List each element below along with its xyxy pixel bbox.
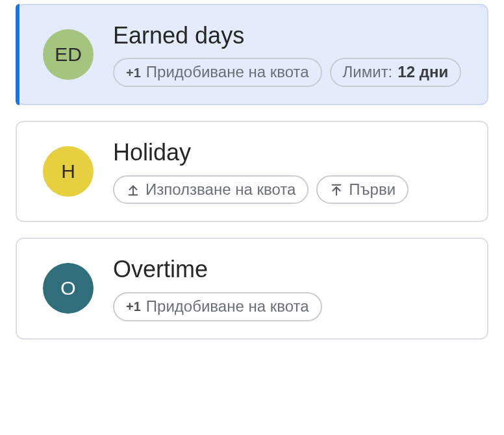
card-title: Overtime — [113, 256, 322, 282]
chip-label: Първи — [349, 180, 396, 199]
arrow-up-from-line-icon — [126, 182, 140, 197]
plus-one-icon: +1 — [126, 65, 141, 81]
avatar-text: ED — [55, 44, 82, 66]
chip-label: Използване на квота — [145, 180, 296, 199]
chip-label: Лимит: — [343, 63, 393, 82]
quota-card-earned-days[interactable]: ED Earned days +1 Придобиване на квота Л… — [16, 4, 488, 105]
avatar-text: H — [61, 160, 75, 182]
chip-acquire-quota: +1 Придобиване на квота — [113, 292, 322, 321]
chip-row: Използване на квота Първи — [113, 175, 409, 205]
chip-use-quota: Използване на квота — [113, 175, 309, 205]
card-title: Earned days — [113, 22, 461, 49]
avatar: ED — [43, 29, 94, 80]
chip-acquire-quota: +1 Придобиване на квота — [113, 58, 322, 87]
card-content: Overtime +1 Придобиване на квота — [113, 256, 322, 321]
chip-limit: Лимит: 12 дни — [330, 58, 462, 87]
avatar: H — [43, 146, 94, 197]
chip-label: Придобиване на квота — [146, 63, 309, 82]
quota-card-holiday[interactable]: H Holiday Използване на квота — [16, 121, 488, 222]
card-title: Holiday — [113, 139, 409, 166]
card-content: Earned days +1 Придобиване на квота Лими… — [113, 22, 461, 87]
chip-first: Първи — [316, 175, 409, 205]
chip-row: +1 Придобиване на квота — [113, 292, 322, 321]
quota-list: ED Earned days +1 Придобиване на квота Л… — [0, 0, 504, 355]
arrow-up-to-line-icon — [329, 182, 344, 197]
chip-label: Придобиване на квота — [146, 297, 309, 316]
avatar: O — [43, 263, 94, 314]
plus-one-icon: +1 — [126, 299, 141, 314]
quota-card-overtime[interactable]: O Overtime +1 Придобиване на квота — [16, 238, 488, 339]
chip-row: +1 Придобиване на квота Лимит: 12 дни — [113, 58, 461, 87]
chip-value: 12 дни — [397, 63, 448, 82]
avatar-text: O — [60, 277, 75, 299]
card-content: Holiday Използване на квота — [113, 139, 409, 204]
